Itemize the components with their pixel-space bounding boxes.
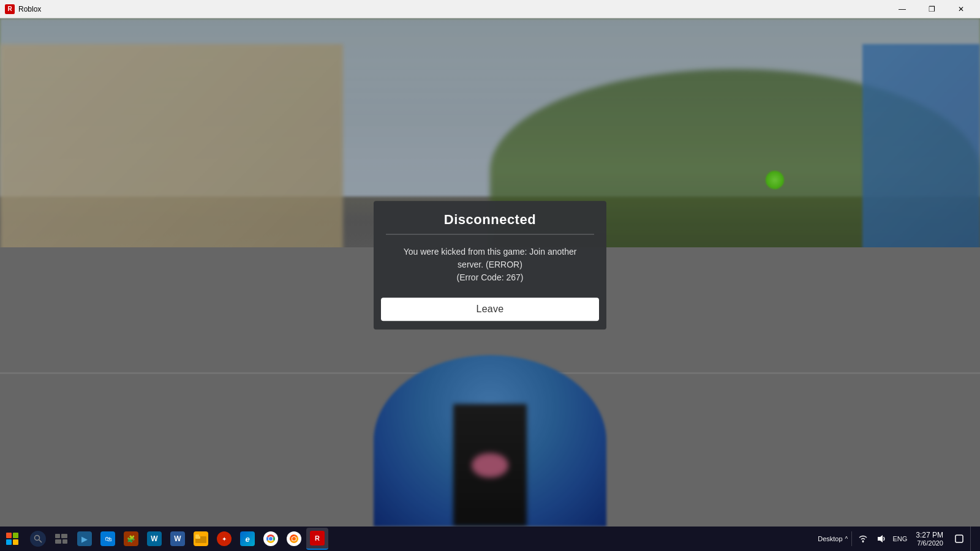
store-icon: 🛍 xyxy=(100,531,115,546)
red-app-icon: ✦ xyxy=(217,531,232,546)
svg-point-14 xyxy=(292,537,296,541)
chrome-icon xyxy=(263,531,278,546)
store-symbol: 🛍 xyxy=(105,535,111,542)
title-bar-controls: — ❐ ✕ xyxy=(888,0,975,18)
title-bar-icon: R xyxy=(5,4,15,14)
dialog-footer: Leave xyxy=(374,295,606,329)
windows-logo-sq1 xyxy=(6,533,12,538)
show-desktop-button[interactable] xyxy=(970,527,975,551)
svg-rect-17 xyxy=(956,535,963,542)
svg-rect-5 xyxy=(62,539,67,544)
taskbar-app-wordpad[interactable]: W xyxy=(143,528,165,550)
roblox-icon: R xyxy=(310,531,325,545)
dialog-title: Disconnected xyxy=(444,212,536,227)
tray-divider xyxy=(851,531,852,546)
svg-rect-2 xyxy=(55,534,60,538)
windows-logo-sq4 xyxy=(13,539,18,545)
taskbar: ▶ 🛍 🧩 W W xyxy=(0,527,980,551)
minimize-button[interactable]: — xyxy=(888,0,916,18)
taskbar-app-edge[interactable]: e xyxy=(236,528,258,550)
taskbar-app-media[interactable]: ▶ xyxy=(74,528,96,550)
edge-icon: e xyxy=(240,531,255,546)
desktop-label: Desktop xyxy=(818,535,842,542)
dialog-message: You were kicked from this game: Join ano… xyxy=(392,246,588,284)
windows-logo-sq3 xyxy=(6,539,12,545)
taskbar-app-chrome[interactable] xyxy=(260,528,282,550)
search-taskbar-icon xyxy=(30,531,46,547)
taskbar-app-word[interactable]: W xyxy=(167,528,189,550)
svg-point-0 xyxy=(35,536,40,541)
network-icon[interactable] xyxy=(854,530,872,547)
wordpad-icon: W xyxy=(147,531,162,546)
svg-line-1 xyxy=(39,540,42,543)
svg-rect-4 xyxy=(55,539,61,544)
start-button[interactable] xyxy=(0,527,24,551)
media-icon: ▶ xyxy=(77,531,92,546)
taskview-icon xyxy=(54,531,69,546)
title-bar-left: R Roblox xyxy=(5,4,41,14)
leave-button[interactable]: Leave xyxy=(381,298,599,321)
chrome2-icon xyxy=(287,531,301,546)
action-center-button[interactable] xyxy=(951,530,968,547)
app5-icon: 🧩 xyxy=(124,531,138,546)
clock-time: 3:27 PM xyxy=(916,531,943,539)
windows-logo-sq2 xyxy=(13,533,18,538)
edge-symbol: e xyxy=(245,534,249,544)
system-tray: Desktop ^ ENG 3:27 PM 7/6/2020 xyxy=(818,527,980,551)
taskbar-app-taskview[interactable] xyxy=(50,528,72,550)
red-app-symbol: ✦ xyxy=(222,536,227,542)
title-bar-title: Roblox xyxy=(18,5,41,13)
taskbar-app-5[interactable]: 🧩 xyxy=(120,528,142,550)
taskbar-app-chrome2[interactable] xyxy=(283,528,305,550)
language-label: ENG xyxy=(892,535,907,542)
maximize-button[interactable]: ❐ xyxy=(918,0,946,18)
tray-expand-button[interactable]: ^ xyxy=(844,536,850,542)
notification-area: Desktop ^ ENG xyxy=(818,530,908,547)
svg-point-11 xyxy=(269,537,273,541)
svg-rect-8 xyxy=(195,534,199,537)
svg-point-15 xyxy=(862,541,864,542)
media-symbol: ▶ xyxy=(81,534,88,544)
title-bar: R Roblox — ❐ ✕ xyxy=(0,0,980,18)
roblox-symbol: R xyxy=(315,534,320,542)
explorer-icon xyxy=(194,531,208,546)
close-button[interactable]: ✕ xyxy=(947,0,975,18)
taskbar-app-search[interactable] xyxy=(27,528,49,550)
wordpad-symbol: W xyxy=(151,534,157,543)
word-icon: W xyxy=(170,531,185,546)
taskbar-app-red[interactable]: ✦ xyxy=(213,528,235,550)
word-symbol: W xyxy=(174,534,181,543)
clock[interactable]: 3:27 PM 7/6/2020 xyxy=(911,531,948,547)
app5-symbol: 🧩 xyxy=(127,535,135,543)
svg-rect-3 xyxy=(61,534,67,538)
taskbar-app-store[interactable]: 🛍 xyxy=(97,528,119,550)
dialog-body: You were kicked from this game: Join ano… xyxy=(374,234,606,295)
dialog-header: Disconnected xyxy=(374,201,606,234)
taskbar-app-roblox[interactable]: R xyxy=(306,528,328,550)
language-indicator[interactable]: ENG xyxy=(891,530,908,547)
disconnected-dialog: Disconnected You were kicked from this g… xyxy=(374,201,606,329)
taskbar-app-explorer[interactable] xyxy=(190,528,212,550)
windows-logo-icon xyxy=(6,533,18,545)
taskbar-apps: ▶ 🛍 🧩 W W xyxy=(24,528,818,550)
clock-date: 7/6/2020 xyxy=(916,539,943,547)
svg-marker-16 xyxy=(878,535,883,542)
volume-icon[interactable] xyxy=(873,530,890,547)
